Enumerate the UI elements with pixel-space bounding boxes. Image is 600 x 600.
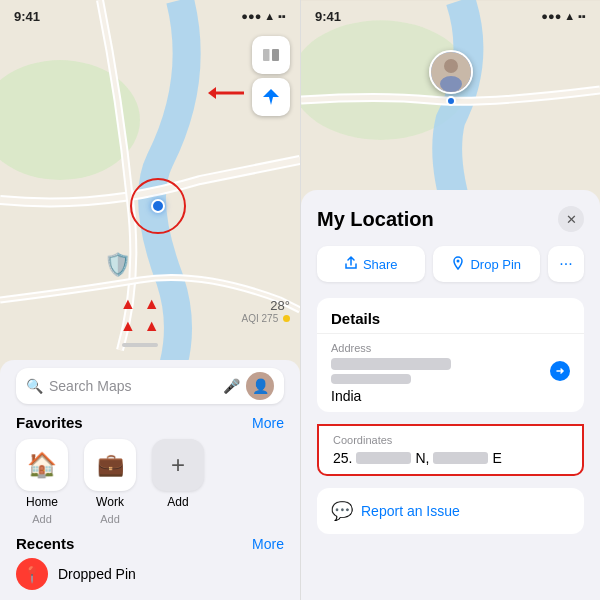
user-avatar[interactable]: 👤: [246, 372, 274, 400]
battery-icon-right: ▪▪: [578, 10, 586, 22]
user-photo: [429, 50, 473, 94]
more-button[interactable]: ···: [548, 246, 584, 282]
favorite-home[interactable]: 🏠 Home Add: [16, 439, 68, 525]
address-row: Address India: [317, 333, 584, 412]
work-icon-wrap: 💼: [84, 439, 136, 491]
coord-n: N,: [415, 450, 429, 466]
status-bar-right: 9:41 ●●● ▲ ▪▪: [301, 0, 600, 28]
address-blur-1: [331, 358, 451, 370]
left-panel: 9:41 ●●● ▲ ▪▪: [0, 0, 300, 600]
dropped-pin-item[interactable]: 📍 Dropped Pin: [16, 558, 284, 590]
coordinates-label: Coordinates: [333, 434, 568, 446]
work-sublabel: Add: [100, 513, 120, 525]
drop-pin-label: Drop Pin: [470, 257, 521, 272]
scroll-indicators: ▲ ▲ ▲ ▲: [120, 295, 160, 347]
coord-e: E: [492, 450, 501, 466]
microphone-icon[interactable]: 🎤: [223, 378, 240, 394]
report-row[interactable]: 💬 Report an Issue: [317, 488, 584, 534]
svg-marker-5: [263, 89, 279, 105]
coord-prefix: 25.: [333, 450, 352, 466]
send-icon: [550, 361, 570, 386]
add-icon: +: [171, 451, 185, 479]
user-location-dot: [446, 96, 456, 106]
status-bar-left: 9:41 ●●● ▲ ▪▪: [0, 0, 300, 28]
address-label: Address: [331, 342, 451, 354]
status-icons-right: ●●● ▲ ▪▪: [541, 10, 586, 22]
arrow-up-2: ▲: [144, 295, 160, 313]
home-icon-wrap: 🏠: [16, 439, 68, 491]
pin-icon: 📍: [16, 558, 48, 590]
map-background-right: [301, 0, 600, 220]
work-label: Work: [96, 495, 124, 509]
svg-rect-3: [272, 49, 279, 61]
temperature: 28°: [242, 298, 290, 313]
search-icon: 🔍: [26, 378, 43, 394]
svg-rect-8: [301, 0, 600, 219]
weather-badge: 28° AQI 275: [242, 298, 290, 324]
favorite-add[interactable]: + Add: [152, 439, 204, 509]
signal-icon: ●●●: [241, 10, 261, 22]
arrow-up-1: ▲: [120, 295, 136, 313]
bottom-sheet: 🔍 Search Maps 🎤 👤 Favorites More 🏠 Home …: [0, 360, 300, 600]
coordinates-value: 25. N, E: [333, 450, 568, 466]
search-placeholder: Search Maps: [49, 378, 217, 394]
drop-pin-button[interactable]: Drop Pin: [433, 246, 541, 282]
add-icon-wrap: +: [152, 439, 204, 491]
favorites-header: Favorites More: [16, 414, 284, 431]
details-section: Details Address India: [317, 298, 584, 412]
svg-marker-7: [208, 87, 216, 99]
location-dot: [151, 199, 165, 213]
wifi-icon-right: ▲: [564, 10, 575, 22]
share-label: Share: [363, 257, 398, 272]
svg-point-13: [457, 259, 460, 262]
coordinates-row: Coordinates 25. N, E: [317, 424, 584, 476]
share-icon: [344, 256, 358, 273]
report-label: Report an Issue: [361, 503, 460, 519]
aqi-badge: AQI 275: [242, 313, 290, 324]
add-label: Add: [167, 495, 188, 509]
svg-point-1: [0, 60, 140, 180]
time-right: 9:41: [315, 9, 341, 24]
coord-lat-blur: [356, 452, 411, 464]
time-left: 9:41: [14, 9, 40, 24]
home-sublabel: Add: [32, 513, 52, 525]
share-button[interactable]: Share: [317, 246, 425, 282]
favorites-more[interactable]: More: [252, 415, 284, 431]
favorites-row: 🏠 Home Add 💼 Work Add + Add: [16, 439, 284, 525]
card-title: My Location: [317, 208, 434, 231]
address-country: India: [331, 388, 451, 404]
details-heading: Details: [317, 298, 584, 333]
close-button[interactable]: ✕: [558, 206, 584, 232]
svg-point-12: [440, 76, 462, 92]
action-row: Share Drop Pin ···: [317, 246, 584, 282]
recents-header: Recents More: [16, 535, 284, 552]
favorites-title: Favorites: [16, 414, 83, 431]
location-indicator: [130, 178, 186, 234]
drag-handle[interactable]: [122, 343, 158, 347]
signal-icon-right: ●●●: [541, 10, 561, 22]
search-bar[interactable]: 🔍 Search Maps 🎤 👤: [16, 368, 284, 404]
wifi-icon: ▲: [264, 10, 275, 22]
card-header: My Location ✕: [317, 206, 584, 232]
drop-pin-icon: [451, 256, 465, 273]
user-avatar-map: [429, 50, 473, 106]
home-icon: 🏠: [27, 451, 57, 479]
dropped-pin-label: Dropped Pin: [58, 566, 136, 582]
recents-more[interactable]: More: [252, 536, 284, 552]
favorite-work[interactable]: 💼 Work Add: [84, 439, 136, 525]
address-blur-2: [331, 374, 411, 384]
svg-rect-2: [263, 49, 270, 61]
status-icons-left: ●●● ▲ ▪▪: [241, 10, 286, 22]
work-icon: 💼: [97, 452, 124, 478]
right-panel: 9:41 ●●● ▲ ▪▪ My Location ✕: [300, 0, 600, 600]
map-type-button[interactable]: [252, 36, 290, 74]
aqi-dot: [283, 315, 290, 322]
report-icon: 💬: [331, 500, 353, 522]
location-ring: [130, 178, 186, 234]
location-button[interactable]: [252, 78, 290, 116]
red-arrow-indicator: [208, 84, 244, 107]
shield-icon: 🛡️: [104, 252, 131, 278]
detail-card: My Location ✕ Share: [301, 190, 600, 600]
home-label: Home: [26, 495, 58, 509]
battery-icon: ▪▪: [278, 10, 286, 22]
